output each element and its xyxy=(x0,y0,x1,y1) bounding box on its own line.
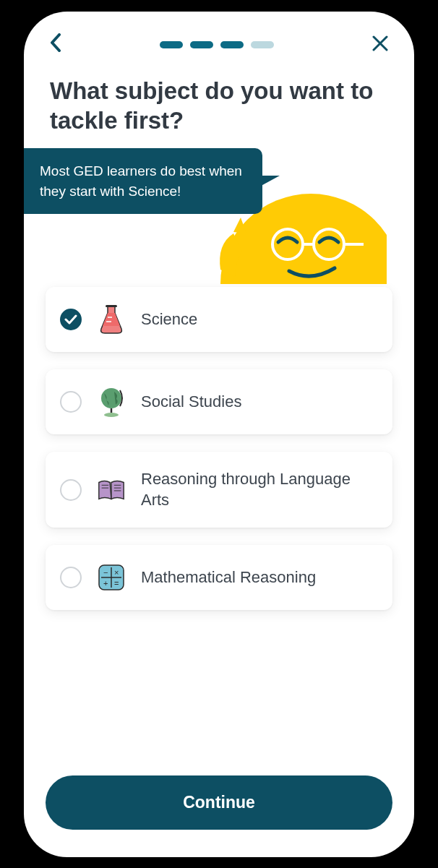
svg-rect-5 xyxy=(106,305,117,307)
svg-text:×: × xyxy=(114,568,119,577)
progress-seg-1 xyxy=(160,41,183,48)
option-label: Social Studies xyxy=(141,392,241,413)
math-icon: − × + = xyxy=(96,562,126,593)
radio-science[interactable] xyxy=(60,309,82,330)
top-bar xyxy=(24,12,414,64)
radio-social-studies[interactable] xyxy=(60,391,82,413)
progress-seg-2 xyxy=(190,41,213,48)
progress-seg-4 xyxy=(251,41,274,48)
tip-text: Most GED learners do best when they star… xyxy=(40,163,242,199)
close-button[interactable] xyxy=(372,33,388,56)
close-icon xyxy=(372,35,388,51)
globe-icon xyxy=(96,387,126,417)
check-icon xyxy=(64,314,77,325)
svg-point-10 xyxy=(104,413,119,417)
progress-indicator xyxy=(160,41,274,48)
continue-button[interactable]: Continue xyxy=(46,775,392,830)
mascot-area: Most GED learners do best when they star… xyxy=(24,148,414,278)
option-math[interactable]: − × + = Mathematical Reasoning xyxy=(46,545,392,610)
question-heading: What subject do you want to tackle first… xyxy=(24,64,414,143)
progress-seg-3 xyxy=(220,41,244,48)
back-button[interactable] xyxy=(50,33,61,57)
svg-text:=: = xyxy=(114,579,119,588)
option-label: Reasoning through Language Arts xyxy=(141,469,378,510)
option-social-studies[interactable]: Social Studies xyxy=(46,369,392,434)
svg-text:+: + xyxy=(103,579,108,588)
option-science[interactable]: Science xyxy=(46,287,392,352)
svg-text:−: − xyxy=(103,568,108,577)
app-screen: What subject do you want to tackle first… xyxy=(24,12,414,857)
option-label: Mathematical Reasoning xyxy=(141,567,316,588)
chevron-left-icon xyxy=(50,33,61,52)
tip-bubble: Most GED learners do best when they star… xyxy=(24,148,262,214)
continue-label: Continue xyxy=(183,793,255,812)
radio-rla[interactable] xyxy=(60,479,82,501)
option-rla[interactable]: Reasoning through Language Arts xyxy=(46,452,392,528)
options-list: Science Social Studies xyxy=(24,278,414,610)
svg-point-8 xyxy=(101,388,121,408)
flask-icon xyxy=(96,304,126,335)
option-label: Science xyxy=(141,309,197,330)
book-icon xyxy=(96,475,126,505)
radio-math[interactable] xyxy=(60,567,82,588)
